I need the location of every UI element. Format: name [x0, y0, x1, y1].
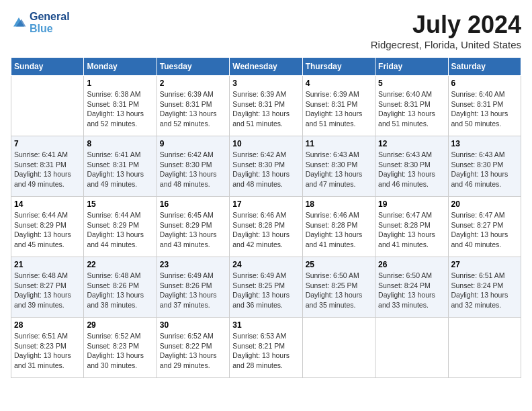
- day-number: 27: [451, 260, 518, 269]
- day-number: 11: [306, 139, 372, 148]
- day-number: 8: [87, 139, 153, 148]
- day-info: Sunrise: 6:46 AMSunset: 8:28 PMDaylight:…: [232, 210, 299, 250]
- calendar-cell: 21Sunrise: 6:48 AMSunset: 8:27 PMDayligh…: [11, 257, 84, 318]
- calendar-cell: 28Sunrise: 6:51 AMSunset: 8:23 PMDayligh…: [11, 318, 84, 378]
- day-number: 4: [306, 79, 372, 88]
- calendar-week-row: 7Sunrise: 6:41 AMSunset: 8:31 PMDaylight…: [11, 136, 521, 197]
- day-info: Sunrise: 6:49 AMSunset: 8:25 PMDaylight:…: [232, 271, 299, 310]
- calendar-cell: [302, 318, 375, 378]
- day-info: Sunrise: 6:41 AMSunset: 8:31 PMDaylight:…: [14, 150, 81, 189]
- day-info: Sunrise: 6:48 AMSunset: 8:26 PMDaylight:…: [87, 271, 153, 310]
- calendar-cell: 9Sunrise: 6:42 AMSunset: 8:30 PMDaylight…: [157, 136, 229, 197]
- day-number: 22: [87, 260, 153, 269]
- day-number: 7: [14, 139, 81, 148]
- weekday-header-monday: Monday: [84, 58, 157, 76]
- calendar-cell: 20Sunrise: 6:47 AMSunset: 8:27 PMDayligh…: [448, 197, 521, 257]
- calendar-cell: 15Sunrise: 6:44 AMSunset: 8:29 PMDayligh…: [84, 197, 157, 257]
- day-number: 21: [14, 260, 81, 269]
- day-info: Sunrise: 6:43 AMSunset: 8:30 PMDaylight:…: [378, 150, 445, 189]
- day-number: 17: [232, 199, 299, 209]
- day-info: Sunrise: 6:50 AMSunset: 8:24 PMDaylight:…: [378, 271, 445, 310]
- calendar-cell: 6Sunrise: 6:40 AMSunset: 8:31 PMDaylight…: [448, 76, 521, 136]
- calendar-week-row: 1Sunrise: 6:38 AMSunset: 8:31 PMDaylight…: [11, 76, 521, 136]
- calendar-cell: 7Sunrise: 6:41 AMSunset: 8:31 PMDaylight…: [11, 136, 84, 197]
- day-info: Sunrise: 6:52 AMSunset: 8:22 PMDaylight:…: [160, 331, 226, 371]
- calendar-cell: 19Sunrise: 6:47 AMSunset: 8:28 PMDayligh…: [375, 197, 448, 257]
- day-info: Sunrise: 6:44 AMSunset: 8:29 PMDaylight:…: [87, 210, 153, 250]
- day-info: Sunrise: 6:43 AMSunset: 8:30 PMDaylight:…: [306, 150, 372, 189]
- calendar-cell: 24Sunrise: 6:49 AMSunset: 8:25 PMDayligh…: [230, 257, 302, 318]
- day-number: 6: [451, 79, 518, 88]
- logo: General Blue: [11, 11, 70, 34]
- day-number: 29: [87, 320, 153, 330]
- day-number: 19: [378, 199, 445, 209]
- calendar-header-row: SundayMondayTuesdayWednesdayThursdayFrid…: [11, 58, 521, 76]
- calendar-cell: 30Sunrise: 6:52 AMSunset: 8:22 PMDayligh…: [157, 318, 229, 378]
- month-year-title: July 2024: [371, 11, 521, 39]
- calendar-cell: 18Sunrise: 6:46 AMSunset: 8:28 PMDayligh…: [302, 197, 375, 257]
- calendar-cell: 5Sunrise: 6:40 AMSunset: 8:31 PMDaylight…: [375, 76, 448, 136]
- day-number: 16: [160, 199, 226, 209]
- day-info: Sunrise: 6:43 AMSunset: 8:30 PMDaylight:…: [451, 150, 518, 189]
- day-number: 20: [451, 199, 518, 209]
- calendar-cell: 3Sunrise: 6:39 AMSunset: 8:31 PMDaylight…: [230, 76, 302, 136]
- day-info: Sunrise: 6:48 AMSunset: 8:27 PMDaylight:…: [14, 271, 81, 310]
- logo-icon: [11, 15, 27, 31]
- calendar-cell: 16Sunrise: 6:45 AMSunset: 8:29 PMDayligh…: [157, 197, 229, 257]
- logo-text-line1: General: [30, 11, 70, 23]
- calendar-cell: 8Sunrise: 6:41 AMSunset: 8:31 PMDaylight…: [84, 136, 157, 197]
- day-info: Sunrise: 6:40 AMSunset: 8:31 PMDaylight:…: [451, 89, 518, 129]
- day-info: Sunrise: 6:47 AMSunset: 8:27 PMDaylight:…: [451, 210, 518, 250]
- calendar-table: SundayMondayTuesdayWednesdayThursdayFrid…: [11, 57, 521, 378]
- day-number: 30: [160, 320, 226, 330]
- day-info: Sunrise: 6:41 AMSunset: 8:31 PMDaylight:…: [87, 150, 153, 189]
- day-number: 12: [378, 139, 445, 148]
- day-info: Sunrise: 6:39 AMSunset: 8:31 PMDaylight:…: [160, 89, 226, 129]
- calendar-cell: 2Sunrise: 6:39 AMSunset: 8:31 PMDaylight…: [157, 76, 229, 136]
- calendar-cell: [11, 76, 84, 136]
- weekday-header-sunday: Sunday: [11, 58, 84, 76]
- location-subtitle: Ridgecrest, Florida, United States: [371, 39, 521, 50]
- calendar-cell: 4Sunrise: 6:39 AMSunset: 8:31 PMDaylight…: [302, 76, 375, 136]
- weekday-header-thursday: Thursday: [302, 58, 375, 76]
- day-number: 28: [14, 320, 81, 330]
- weekday-header-friday: Friday: [375, 58, 448, 76]
- calendar-cell: 10Sunrise: 6:42 AMSunset: 8:30 PMDayligh…: [230, 136, 302, 197]
- calendar-cell: 27Sunrise: 6:51 AMSunset: 8:24 PMDayligh…: [448, 257, 521, 318]
- day-number: 2: [160, 79, 226, 88]
- calendar-week-row: 21Sunrise: 6:48 AMSunset: 8:27 PMDayligh…: [11, 257, 521, 318]
- day-info: Sunrise: 6:42 AMSunset: 8:30 PMDaylight:…: [160, 150, 226, 189]
- day-info: Sunrise: 6:45 AMSunset: 8:29 PMDaylight:…: [160, 210, 226, 250]
- day-number: 15: [87, 199, 153, 209]
- header: General Blue July 2024 Ridgecrest, Flori…: [11, 11, 521, 50]
- day-number: 5: [378, 79, 445, 88]
- day-info: Sunrise: 6:44 AMSunset: 8:29 PMDaylight:…: [14, 210, 81, 250]
- day-info: Sunrise: 6:46 AMSunset: 8:28 PMDaylight:…: [306, 210, 372, 250]
- day-info: Sunrise: 6:42 AMSunset: 8:30 PMDaylight:…: [232, 150, 299, 189]
- day-info: Sunrise: 6:39 AMSunset: 8:31 PMDaylight:…: [306, 89, 372, 129]
- calendar-cell: 13Sunrise: 6:43 AMSunset: 8:30 PMDayligh…: [448, 136, 521, 197]
- calendar-cell: 17Sunrise: 6:46 AMSunset: 8:28 PMDayligh…: [230, 197, 302, 257]
- calendar-cell: 1Sunrise: 6:38 AMSunset: 8:31 PMDaylight…: [84, 76, 157, 136]
- day-number: 1: [87, 79, 153, 88]
- day-number: 25: [306, 260, 372, 269]
- calendar-cell: 14Sunrise: 6:44 AMSunset: 8:29 PMDayligh…: [11, 197, 84, 257]
- calendar-cell: 12Sunrise: 6:43 AMSunset: 8:30 PMDayligh…: [375, 136, 448, 197]
- day-info: Sunrise: 6:39 AMSunset: 8:31 PMDaylight:…: [232, 89, 299, 129]
- weekday-header-tuesday: Tuesday: [157, 58, 229, 76]
- day-info: Sunrise: 6:50 AMSunset: 8:25 PMDaylight:…: [306, 271, 372, 310]
- day-info: Sunrise: 6:38 AMSunset: 8:31 PMDaylight:…: [87, 89, 153, 129]
- day-info: Sunrise: 6:40 AMSunset: 8:31 PMDaylight:…: [378, 89, 445, 129]
- day-info: Sunrise: 6:51 AMSunset: 8:24 PMDaylight:…: [451, 271, 518, 310]
- day-number: 14: [14, 199, 81, 209]
- calendar-cell: 23Sunrise: 6:49 AMSunset: 8:26 PMDayligh…: [157, 257, 229, 318]
- calendar-cell: 26Sunrise: 6:50 AMSunset: 8:24 PMDayligh…: [375, 257, 448, 318]
- calendar-cell: 11Sunrise: 6:43 AMSunset: 8:30 PMDayligh…: [302, 136, 375, 197]
- day-number: 10: [232, 139, 299, 148]
- day-info: Sunrise: 6:47 AMSunset: 8:28 PMDaylight:…: [378, 210, 445, 250]
- day-info: Sunrise: 6:51 AMSunset: 8:23 PMDaylight:…: [14, 331, 81, 371]
- day-number: 18: [306, 199, 372, 209]
- day-info: Sunrise: 6:49 AMSunset: 8:26 PMDaylight:…: [160, 271, 226, 310]
- day-number: 13: [451, 139, 518, 148]
- day-number: 23: [160, 260, 226, 269]
